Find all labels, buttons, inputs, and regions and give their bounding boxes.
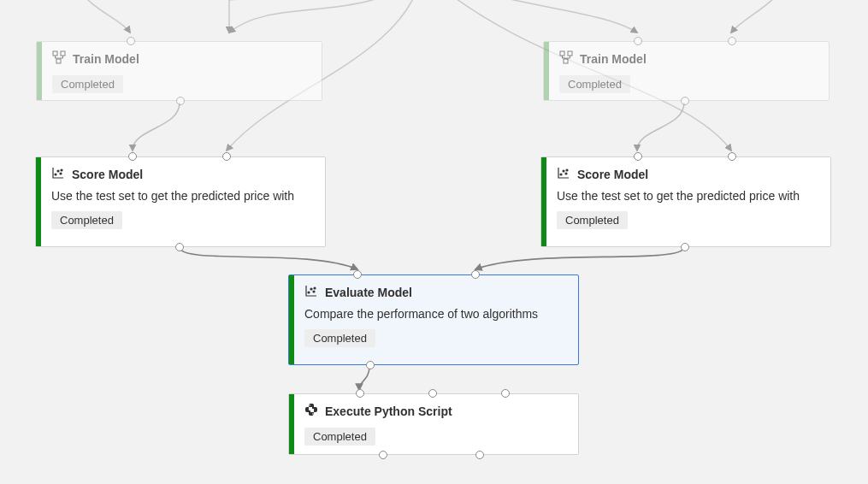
node-execute-python-script[interactable]: Execute Python Script Completed xyxy=(288,393,579,455)
node-train-model-left[interactable]: Train Model Completed xyxy=(36,41,322,101)
output-port[interactable] xyxy=(176,97,185,105)
svg-point-6 xyxy=(55,174,56,175)
input-port-3[interactable] xyxy=(501,389,510,398)
input-port-1[interactable] xyxy=(634,152,642,161)
status-stripe xyxy=(36,157,41,246)
train-icon xyxy=(52,50,66,67)
status-stripe xyxy=(541,157,546,246)
svg-point-8 xyxy=(60,173,62,174)
node-title: Execute Python Script xyxy=(325,404,452,418)
input-port[interactable] xyxy=(127,37,135,45)
input-port-1[interactable] xyxy=(128,152,137,161)
svg-rect-4 xyxy=(568,51,572,56)
input-port-1[interactable] xyxy=(634,37,642,45)
node-description: Use the test set to get the predicted pr… xyxy=(557,189,818,203)
svg-point-13 xyxy=(566,169,568,171)
output-port[interactable] xyxy=(175,243,184,251)
input-port-1[interactable] xyxy=(353,270,362,279)
svg-point-12 xyxy=(565,173,567,174)
svg-point-19 xyxy=(312,413,314,415)
status-badge: Completed xyxy=(304,329,375,347)
input-port-2[interactable] xyxy=(728,37,736,45)
python-icon xyxy=(304,403,318,419)
svg-point-7 xyxy=(57,170,59,172)
node-title: Score Model xyxy=(72,168,143,181)
node-score-model-left[interactable]: Score Model Use the test set to get the … xyxy=(35,156,326,247)
train-icon xyxy=(559,50,573,67)
svg-rect-1 xyxy=(61,51,65,56)
node-title: Train Model xyxy=(73,52,139,66)
input-port-2[interactable] xyxy=(222,152,231,161)
node-title: Evaluate Model xyxy=(325,286,412,299)
status-badge: Completed xyxy=(52,75,123,93)
svg-point-15 xyxy=(310,288,312,290)
input-port-2[interactable] xyxy=(428,389,437,398)
output-port[interactable] xyxy=(366,361,375,369)
node-title: Score Model xyxy=(577,168,648,181)
svg-point-14 xyxy=(308,292,310,293)
output-port[interactable] xyxy=(681,243,689,251)
svg-point-18 xyxy=(309,404,310,406)
svg-rect-3 xyxy=(560,51,564,56)
svg-point-16 xyxy=(313,291,315,292)
svg-point-9 xyxy=(61,169,62,171)
scatter-icon xyxy=(304,284,318,300)
status-badge: Completed xyxy=(559,75,630,93)
output-port-1[interactable] xyxy=(379,451,387,459)
node-description: Compare the performance of two algorithm… xyxy=(304,307,566,321)
status-badge: Completed xyxy=(304,428,375,446)
node-description: Use the test set to get the predicted pr… xyxy=(51,189,313,203)
input-port-2[interactable] xyxy=(728,152,736,161)
scatter-icon xyxy=(557,166,570,182)
input-port-1[interactable] xyxy=(356,389,364,398)
node-score-model-right[interactable]: Score Model Use the test set to get the … xyxy=(540,156,831,247)
status-badge: Completed xyxy=(557,211,628,229)
svg-rect-2 xyxy=(56,59,61,63)
status-stripe xyxy=(289,275,294,364)
svg-rect-5 xyxy=(564,59,568,63)
node-train-model-right[interactable]: Train Model Completed xyxy=(543,41,830,101)
status-stripe xyxy=(289,394,294,454)
scatter-icon xyxy=(51,166,65,182)
output-port-2[interactable] xyxy=(475,451,484,459)
output-port[interactable] xyxy=(681,97,689,105)
status-stripe xyxy=(37,42,42,100)
svg-point-17 xyxy=(314,287,316,289)
svg-point-11 xyxy=(563,170,564,172)
node-evaluate-model[interactable]: Evaluate Model Compare the performance o… xyxy=(288,274,579,365)
svg-rect-0 xyxy=(53,51,57,56)
svg-point-10 xyxy=(560,174,562,175)
node-title: Train Model xyxy=(580,52,647,66)
status-stripe xyxy=(544,42,549,100)
input-port-2[interactable] xyxy=(471,270,480,279)
status-badge: Completed xyxy=(51,211,122,229)
